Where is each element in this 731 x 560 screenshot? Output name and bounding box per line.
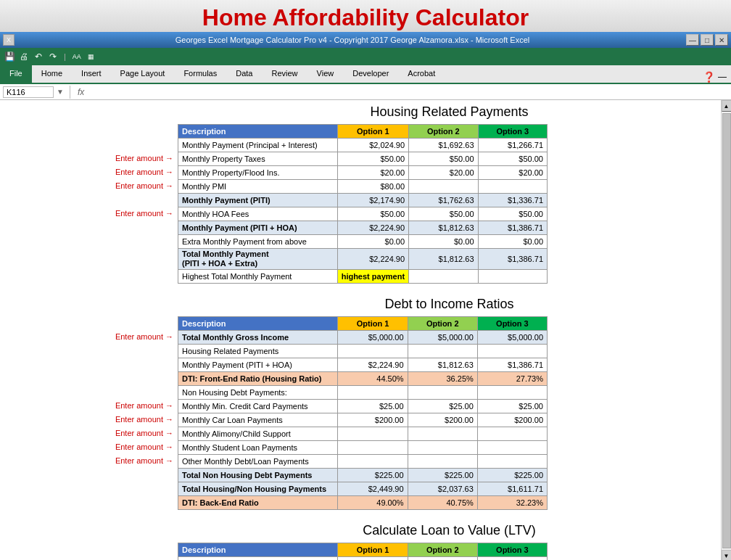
win-titlebar: X Georges Excel Mortgage Calculator Pro …	[0, 32, 731, 48]
enter-label-cc: Enter amount →	[0, 398, 178, 412]
table-row: Highest Total Monthly Payment highest pa…	[178, 270, 548, 284]
table-row: DTI: Back-End Ratio 49.00% 40.75% 32.23%	[178, 496, 548, 510]
tab-data[interactable]: Data	[226, 64, 262, 83]
table-row: Monthly Payment (Principal + Interest) $…	[178, 139, 548, 152]
formula-input[interactable]	[88, 88, 728, 96]
enter-label-hoa: Enter amount →	[0, 206, 178, 220]
housing-table: Description Option 1 Option 2 Option 3 M…	[178, 124, 548, 284]
spacer-2	[0, 510, 721, 519]
tab-home[interactable]: Home	[32, 64, 72, 83]
enter-label-car: Enter amount →	[0, 412, 178, 426]
table-row: Total Housing/Non Housing Payments $2,44…	[178, 482, 548, 496]
tab-view[interactable]: View	[307, 64, 344, 83]
redo-icon[interactable]: ↷	[46, 50, 59, 63]
table-row: Total Monthly Gross Income $5,000.00 $5,…	[178, 331, 548, 345]
scroll-up-button[interactable]: ▲	[722, 100, 732, 112]
housing-labels: Enter amount → Enter amount → Enter amou…	[0, 100, 178, 284]
table-row: Purchase Price or Appraised Value $280,0…	[178, 557, 548, 560]
table-row: Monthly Student Loan Payments	[178, 441, 548, 455]
ltv-section: Enter amount → Calculate Loan to Value (…	[0, 519, 721, 560]
dti-section-title: Debt to Income Ratios	[178, 292, 721, 316]
dropdown-arrow[interactable]: ▼	[54, 88, 67, 96]
scroll-down-button[interactable]: ▼	[722, 550, 732, 560]
housing-col-opt3: Option 3	[478, 125, 547, 139]
table-row: Monthly Payment (PITI + HOA) $2,224.90 $…	[178, 358, 548, 372]
housing-col-desc: Description	[178, 125, 338, 139]
table-row: Other Monthly Debt/Loan Payments	[178, 455, 548, 469]
table-row: Monthly HOA Fees $50.00 $50.00 $50.00	[178, 207, 548, 221]
app-icon: X	[3, 34, 15, 46]
spacer-1	[0, 284, 721, 292]
minimize-ribbon-icon[interactable]: —	[718, 72, 727, 82]
dti-labels: Enter amount → Enter amount → Enter amou…	[0, 292, 178, 510]
window-title: Georges Excel Mortgage Calculator Pro v4…	[19, 36, 686, 44]
table-row: Monthly Property Taxes $50.00 $50.00 $50…	[178, 152, 548, 166]
housing-col-opt2: Option 2	[409, 125, 478, 139]
table-row: Monthly Payment (PITI + HOA) $2,224.90 $…	[178, 221, 548, 235]
cell-reference[interactable]	[3, 86, 54, 98]
vertical-scrollbar[interactable]: ▲ ▼	[721, 100, 731, 560]
ltv-table: Description Option 1 Option 2 Option 3 P…	[178, 543, 548, 560]
page-container: Home Affordability Calculator X Georges …	[0, 0, 731, 560]
tab-developer[interactable]: Developer	[343, 64, 398, 83]
ltv-header: Description Option 1 Option 2 Option 3	[178, 543, 548, 557]
housing-section: Enter amount → Enter amount → Enter amou…	[0, 100, 721, 284]
enter-label-prop-ins: Enter amount →	[0, 165, 178, 178]
enter-label-alimony: Enter amount →	[0, 426, 178, 440]
undo-icon[interactable]: ↶	[32, 50, 45, 63]
titlebar-icons: X	[3, 34, 15, 46]
enter-label-income: Enter amount →	[0, 329, 178, 343]
tab-pagelayout[interactable]: Page Layout	[111, 64, 175, 83]
table-row: Total Non Housing Debt Payments $225.00 …	[178, 469, 548, 482]
enter-label-student: Enter amount →	[0, 440, 178, 453]
tab-review[interactable]: Review	[262, 64, 307, 83]
help-icon[interactable]: ❓	[703, 71, 715, 83]
format-icon[interactable]: ▦	[85, 50, 98, 63]
aa-icon[interactable]: AA	[70, 50, 83, 63]
ltv-labels: Enter amount →	[0, 519, 178, 560]
table-row: Extra Monthly Payment from above $0.00 $…	[178, 235, 548, 249]
dti-table: Description Option 1 Option 2 Option 3 T…	[178, 316, 548, 510]
housing-header: Description Option 1 Option 2 Option 3	[178, 125, 548, 139]
table-row: Monthly Min. Credit Card Payments $25.00…	[178, 400, 548, 413]
window-controls[interactable]: — □ ✕	[686, 34, 728, 46]
enter-label-pmi: Enter amount →	[0, 178, 178, 192]
enter-label-purchase: Enter amount →	[0, 556, 178, 560]
table-row: Total Monthly Payment(PITI + HOA + Extra…	[178, 249, 548, 270]
ltv-table-col: Calculate Loan to Value (LTV) Descriptio…	[178, 519, 721, 560]
dti-header: Description Option 1 Option 2 Option 3	[178, 317, 548, 331]
tab-formulas[interactable]: Formulas	[174, 64, 226, 83]
enter-label-prop-tax: Enter amount →	[0, 151, 178, 165]
close-button[interactable]: ✕	[715, 34, 728, 46]
table-row: Monthly Car Loan Payments $200.00 $200.0…	[178, 413, 548, 427]
minimize-button[interactable]: —	[686, 34, 699, 46]
ribbon-tabs: File Home Insert Page Layout Formulas Da…	[0, 65, 731, 84]
housing-col-opt1: Option 1	[337, 125, 408, 139]
tab-file[interactable]: File	[0, 64, 32, 83]
ltv-section-title: Calculate Loan to Value (LTV)	[178, 519, 721, 543]
scroll-thumb[interactable]	[722, 113, 731, 548]
table-row: DTI: Front-End Ratio (Housing Ratio) 44.…	[178, 372, 548, 386]
table-row: Monthly Alimony/Child Support	[178, 427, 548, 441]
maximize-button[interactable]: □	[701, 34, 714, 46]
tab-acrobat[interactable]: Acrobat	[398, 64, 445, 83]
quick-access-toolbar: 💾 🖨 ↶ ↷ | AA ▦	[0, 48, 731, 65]
enter-label-other: Enter amount →	[0, 453, 178, 467]
table-row: Monthly PMI $80.00	[178, 180, 548, 194]
table-row: Housing Related Payments	[178, 345, 548, 358]
tab-insert[interactable]: Insert	[72, 64, 111, 83]
dti-table-col: Debt to Income Ratios Description Option…	[178, 292, 721, 510]
app-title: Home Affordability Calculator	[0, 0, 731, 32]
scroll-area[interactable]: Enter amount → Enter amount → Enter amou…	[0, 100, 721, 560]
housing-section-title: Housing Related Payments	[178, 100, 721, 124]
print-icon[interactable]: 🖨	[17, 50, 30, 63]
table-row: Monthly Property/Flood Ins. $20.00 $20.0…	[178, 166, 548, 180]
dti-section: Enter amount → Enter amount → Enter amou…	[0, 292, 721, 510]
table-row: Monthly Payment (PITI) $2,174.90 $1,762.…	[178, 194, 548, 207]
formula-bar: ▼ fx	[0, 84, 731, 100]
housing-table-col: Housing Related Payments Description Opt…	[178, 100, 721, 284]
save-icon[interactable]: 💾	[3, 50, 16, 63]
table-row: Non Housing Debt Payments:	[178, 386, 548, 400]
content-area: Enter amount → Enter amount → Enter amou…	[0, 100, 731, 560]
fx-label: fx	[73, 87, 88, 97]
